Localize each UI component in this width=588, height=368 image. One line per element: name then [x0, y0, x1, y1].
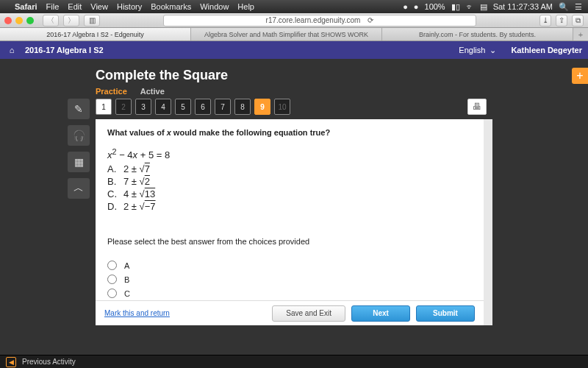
qnav-6[interactable]: 6: [195, 99, 211, 115]
radio-a-input[interactable]: [107, 261, 117, 270]
radio-c[interactable]: C: [107, 289, 472, 298]
course-name[interactable]: 2016-17 Algebra I S2: [25, 46, 104, 54]
app-name[interactable]: Safari: [15, 2, 37, 11]
zoom-icon[interactable]: [26, 17, 34, 24]
language-label: English: [459, 46, 485, 54]
new-tab-button[interactable]: +: [573, 28, 588, 40]
radio-b-label: B: [124, 275, 129, 284]
menu-bookmarks[interactable]: Bookmarks: [151, 2, 191, 11]
home-icon[interactable]: ⌂: [6, 44, 18, 56]
qnav-1[interactable]: 1: [96, 99, 112, 115]
close-icon[interactable]: [4, 17, 12, 24]
prev-arrow-icon[interactable]: ◀: [6, 357, 16, 367]
option-c: C.4 ± √13: [107, 188, 472, 199]
browser-toolbar: 〈 〉 ▥ r17.core.learn.edgenuity.com ⟳ ⤓ ⇪…: [0, 13, 588, 28]
add-button[interactable]: +: [572, 68, 588, 84]
lesson-title: Complete the Square: [96, 68, 228, 83]
radio-b[interactable]: B: [107, 275, 472, 284]
bottom-nav: ◀ Previous Activity: [0, 355, 588, 368]
qnav-2[interactable]: 2: [115, 99, 132, 115]
window-controls[interactable]: [4, 17, 34, 24]
spotlight-icon[interactable]: 🔍: [559, 2, 569, 12]
question-panel: What values of x would make the followin…: [96, 119, 492, 325]
option-d: D.2 ± √−7: [107, 201, 472, 212]
option-a-label: A.: [107, 163, 118, 174]
tab-0-label: 2016-17 Algebra I S2 - Edgenuity: [46, 31, 144, 38]
tool-rail: ✎ 🎧 ▦ ︿: [68, 99, 93, 199]
equation: x2 − 4x + 5 = 8: [107, 147, 472, 160]
qnav-9[interactable]: 9: [254, 99, 270, 115]
battery-text: 100%: [425, 2, 445, 11]
radio-b-input[interactable]: [107, 275, 117, 284]
mark-return-link[interactable]: Mark this and return: [104, 309, 170, 317]
submit-button[interactable]: Submit: [416, 305, 475, 322]
date-icon: ▤: [480, 2, 487, 12]
reader-icon[interactable]: ⟳: [368, 16, 373, 24]
app-header: ⌂ 2016-17 Algebra I S2 English ⌄ Kathlee…: [0, 41, 588, 59]
minimize-icon[interactable]: [15, 17, 23, 24]
collapse-icon[interactable]: ︿: [68, 178, 90, 199]
lesson-tab-practice[interactable]: Practice: [96, 87, 127, 96]
instruction: Please select the best answer from the c…: [107, 237, 472, 246]
menu-history[interactable]: History: [117, 2, 142, 11]
option-c-label: C.: [107, 188, 118, 199]
tab-1-label: Algebra Solver and Math Simplifier that …: [204, 31, 368, 38]
qnav-7[interactable]: 7: [215, 99, 231, 115]
address-bar[interactable]: r17.core.learn.edgenuity.com ⟳: [163, 15, 476, 26]
qnav-10[interactable]: 10: [274, 99, 290, 115]
tab-2[interactable]: Brainly.com - For students. By students.: [382, 28, 573, 40]
pencil-icon[interactable]: ✎: [68, 99, 90, 119]
tab-1[interactable]: Algebra Solver and Math Simplifier that …: [191, 28, 382, 40]
headphones-icon[interactable]: 🎧: [68, 125, 90, 146]
radio-c-label: C: [124, 289, 130, 298]
tab-strip: 2016-17 Algebra I S2 - Edgenuity Algebra…: [0, 28, 588, 41]
user-name[interactable]: Kathleen Degeyter: [511, 46, 582, 54]
share-button[interactable]: ⤓: [539, 15, 551, 26]
chevron-down-icon: ⌄: [490, 46, 496, 55]
menu-view[interactable]: View: [90, 2, 108, 11]
tab-0[interactable]: 2016-17 Algebra I S2 - Edgenuity: [0, 28, 191, 40]
forward-button[interactable]: 〉: [63, 15, 79, 26]
radio-c-input[interactable]: [107, 289, 117, 298]
option-a: A.2 ± √7: [107, 163, 472, 174]
math-block: x2 − 4x + 5 = 8 A.2 ± √7 B.7 ± √2 C.4 ± …: [107, 147, 472, 212]
print-button[interactable]: 🖶: [467, 99, 487, 115]
panel-footer: Mark this and return Save and Exit Next …: [96, 300, 484, 325]
menu-file[interactable]: File: [46, 2, 60, 11]
next-button[interactable]: Next: [351, 305, 410, 322]
calculator-icon[interactable]: ▦: [68, 152, 90, 172]
menu-window[interactable]: Window: [200, 2, 229, 11]
option-b-label: B.: [107, 176, 118, 187]
lesson-canvas: + Complete the Square Practice Active ✎ …: [0, 59, 588, 355]
option-b: B.7 ± √2: [107, 176, 472, 187]
menu-help[interactable]: Help: [237, 2, 254, 11]
qnav-3[interactable]: 3: [135, 99, 151, 115]
prompt-post: would make the following equation true?: [171, 128, 330, 137]
status-dot2-icon: ●: [414, 2, 419, 11]
url-text: r17.core.learn.edgenuity.com: [266, 16, 361, 24]
battery-icon: ▮▯: [451, 2, 460, 12]
menu-edit[interactable]: Edit: [68, 2, 82, 11]
radio-a-label: A: [124, 261, 129, 270]
radio-a[interactable]: A: [107, 261, 472, 270]
share2-button[interactable]: ⇪: [556, 15, 567, 26]
qnav-5[interactable]: 5: [175, 99, 191, 115]
prompt-pre: What values of: [107, 128, 167, 137]
answer-radios: A B C D: [107, 261, 472, 300]
wifi-icon[interactable]: ᯤ: [466, 2, 474, 11]
prev-activity[interactable]: Previous Activity: [22, 358, 76, 366]
tabs-button[interactable]: ⧉: [572, 15, 584, 26]
lesson-tab-active[interactable]: Active: [140, 87, 165, 96]
qnav-8[interactable]: 8: [234, 99, 251, 115]
mac-menu-bar: Safari File Edit View History Bookmarks …: [0, 0, 588, 13]
menu-extra-icon[interactable]: ☰: [575, 2, 582, 12]
option-d-label: D.: [107, 201, 118, 212]
clock[interactable]: Sat 11:27:33 AM: [493, 2, 553, 11]
question-nav: 1 2 3 4 5 6 7 8 9 10: [96, 99, 290, 115]
save-exit-button[interactable]: Save and Exit: [272, 305, 345, 322]
back-button[interactable]: 〈: [43, 15, 59, 26]
question-prompt: What values of x would make the followin…: [107, 128, 472, 137]
sidebar-button[interactable]: ▥: [84, 15, 100, 26]
language-select[interactable]: English ⌄: [459, 46, 496, 55]
qnav-4[interactable]: 4: [155, 99, 171, 115]
